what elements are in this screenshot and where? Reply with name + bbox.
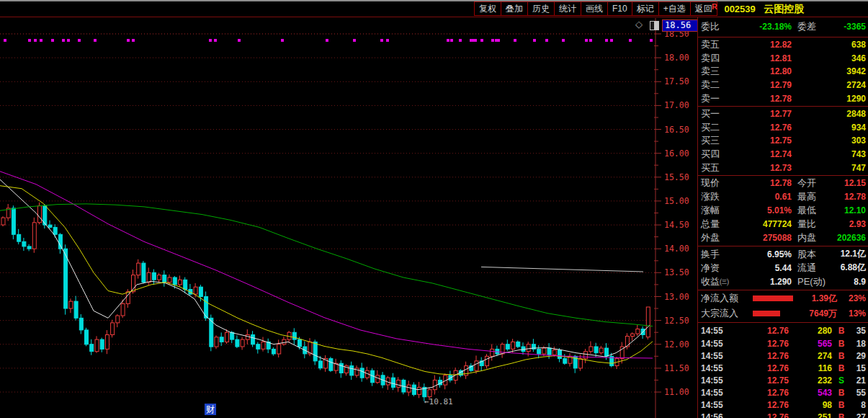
- trade-tick-row[interactable]: 14:5512.76274B29: [701, 350, 868, 362]
- sell-level-label: 卖二: [701, 79, 737, 92]
- candle-body: [392, 378, 395, 387]
- trade-tick-row[interactable]: 14:5512.76280B35: [701, 325, 868, 337]
- split-window-icon[interactable]: [650, 21, 659, 30]
- drawline-button[interactable]: 画线: [581, 1, 608, 16]
- finance-watermark-badge: 财: [205, 404, 216, 415]
- ma-long-magenta: [0, 172, 653, 358]
- signal-dot: [78, 39, 81, 42]
- add-watchlist-button[interactable]: +自选: [658, 1, 691, 16]
- signal-dot: [386, 39, 389, 42]
- tick-time: 14:55: [701, 339, 731, 349]
- candle-body: [184, 280, 187, 289]
- tick-count: 35: [851, 326, 868, 336]
- tick-count: 8: [851, 400, 868, 410]
- flow-label: 大宗流入: [701, 307, 748, 320]
- candle-body: [594, 347, 598, 353]
- candle-body: [605, 348, 609, 356]
- candle-body: [491, 349, 494, 356]
- stats-button[interactable]: 统计: [554, 1, 581, 16]
- buy-level-row[interactable]: 买三12.75303: [701, 134, 868, 148]
- buy-level-row[interactable]: 买五12.73747: [701, 161, 868, 174]
- sell-level-row[interactable]: 卖五12.82638: [701, 38, 868, 52]
- buy-level-label: 买五: [701, 161, 737, 174]
- info-label: 内盘: [792, 231, 833, 244]
- sell-level-row[interactable]: 卖四12.81346: [701, 52, 868, 66]
- adjust-button[interactable]: 复权: [474, 1, 501, 16]
- candle-body: [282, 339, 286, 344]
- overlay-button[interactable]: 叠加: [501, 1, 528, 16]
- candle-body: [137, 263, 140, 275]
- buy-volume: 934: [792, 123, 868, 133]
- trade-tick-row[interactable]: 14:5512.76116B15: [701, 362, 868, 374]
- sell-price: 12.79: [737, 80, 792, 90]
- sell-level-label: 卖三: [701, 65, 737, 78]
- candle-body: [246, 335, 249, 340]
- time-sales-list[interactable]: 14:5512.76280B3514:5512.76565B1814:5512.…: [701, 324, 868, 418]
- tick-volume: 232: [789, 375, 832, 386]
- info-value: 0.61: [737, 192, 792, 202]
- tick-price: 12.76: [731, 412, 789, 418]
- tick-volume: 274: [789, 351, 832, 361]
- candle-body: [646, 307, 650, 337]
- buy-level-row[interactable]: 买二12.76934: [701, 121, 868, 135]
- signal-dot: [474, 39, 477, 42]
- signal-dot: [650, 39, 653, 42]
- info-value: 275088: [737, 233, 792, 243]
- fundamental-label: 换手: [701, 248, 737, 261]
- signal-dot: [514, 39, 516, 42]
- money-flow-row: 大宗流入7649万13%: [701, 306, 868, 321]
- info-label: 量比: [792, 218, 833, 231]
- candle-body: [12, 208, 15, 234]
- sell-volume: 1290: [792, 94, 868, 104]
- tick-price: 12.76: [731, 363, 789, 373]
- buy-volume: 743: [792, 149, 868, 159]
- fundamental-value: 6.95%: [737, 249, 792, 259]
- tick-volume: 543: [789, 388, 832, 398]
- signal-dot: [610, 39, 613, 42]
- info-label: 涨幅: [701, 204, 737, 217]
- buy-level-row[interactable]: 买一12.772848: [701, 107, 868, 121]
- signal-dot: [353, 39, 356, 42]
- fundamental-value: 6.88亿: [833, 262, 868, 274]
- trade-tick-row[interactable]: 14:5612.76251B27: [701, 412, 868, 418]
- drawn-trendline[interactable]: [481, 267, 643, 272]
- candlestick-chart[interactable]: 18.5018.0017.5017.0016.5016.0015.5015.00…: [0, 0, 697, 418]
- candle-body: [313, 342, 317, 361]
- f10-button[interactable]: F10: [607, 1, 632, 16]
- info-label: 现价: [701, 177, 737, 190]
- buy-volume: 747: [792, 163, 868, 173]
- signal-dot: [94, 39, 97, 42]
- mark-button[interactable]: 标记: [632, 1, 659, 16]
- weicha-value: -3365: [833, 22, 868, 32]
- axis-label: 11.00: [664, 387, 689, 397]
- tick-price: 12.76: [731, 388, 789, 398]
- signal-dot: [605, 39, 608, 42]
- candle-body: [563, 359, 567, 364]
- tick-price: 12.75: [731, 375, 789, 386]
- candle-body: [225, 332, 229, 342]
- sell-level-row[interactable]: 卖三12.803942: [701, 65, 868, 79]
- tick-time: 14:55: [701, 388, 731, 398]
- buy-level-row[interactable]: 买四12.74743: [701, 148, 868, 161]
- history-button[interactable]: 历史: [527, 1, 555, 16]
- candle-body: [599, 348, 603, 353]
- candle-body: [121, 303, 125, 316]
- trade-tick-row[interactable]: 14:5512.76565B18: [701, 337, 868, 350]
- info-label: 总量: [701, 218, 737, 231]
- tick-count: 15: [851, 363, 868, 373]
- sell-level-row[interactable]: 卖一12.781290: [701, 92, 868, 105]
- diamond-marker-icon[interactable]: ◇: [635, 19, 643, 30]
- trade-tick-row[interactable]: 14:5512.75232S21: [701, 374, 868, 386]
- buy-volume: 303: [792, 135, 868, 146]
- trade-tick-row[interactable]: 14:5512.76543B55: [701, 387, 868, 399]
- signal-dot: [127, 39, 130, 42]
- candle-body: [231, 332, 234, 339]
- sell-level-row[interactable]: 卖二12.792724: [701, 79, 868, 92]
- fundamental-value: 12.1亿: [833, 248, 868, 260]
- trade-tick-row[interactable]: 14:5512.7698B8: [701, 399, 868, 412]
- candle-body: [100, 339, 104, 349]
- signal-dot: [533, 39, 536, 42]
- tick-side: B: [832, 400, 851, 410]
- candle-body: [69, 301, 73, 308]
- fundamental-value: 5.44: [737, 263, 792, 273]
